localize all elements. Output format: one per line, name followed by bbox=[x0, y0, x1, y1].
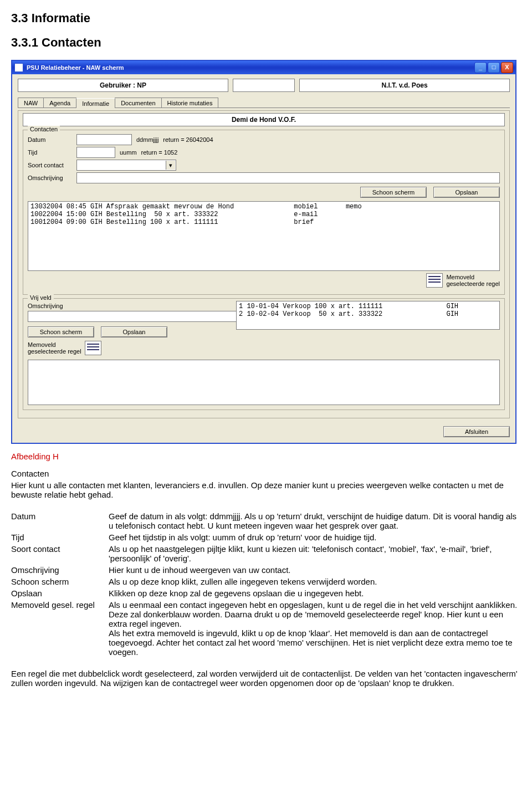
def-term: Memoveld gesel. regel bbox=[11, 599, 109, 658]
label-omschrijving: Omschrijving bbox=[28, 175, 72, 181]
memo-icon-vrij[interactable] bbox=[85, 341, 101, 355]
def-desc: Geef het tijdstip in als volgt: uumm of … bbox=[109, 531, 521, 543]
opslaan-button-vrij[interactable]: Opslaan bbox=[101, 326, 167, 337]
memo-label-vrij: Memoveld geselecteerde regel bbox=[28, 341, 81, 355]
fieldset-vrijveld-title: Vrij veld bbox=[28, 294, 54, 301]
intro-paragraph: Hier kunt u alle contacten met klanten, … bbox=[11, 480, 521, 499]
def-desc: Als u eenmaal een contact ingegeven hebt… bbox=[109, 599, 521, 658]
def-row: OmschrijvingHier kunt u de inhoud weerge… bbox=[11, 564, 521, 576]
window-title: PSU Relatiebeheer - NAW scherm bbox=[27, 64, 124, 71]
afsluiten-button[interactable]: Afsluiten bbox=[443, 426, 510, 437]
def-term: Schoon scherm bbox=[11, 576, 109, 587]
input-tijd[interactable] bbox=[76, 147, 115, 158]
contacten-subhead: Contacten bbox=[11, 469, 521, 478]
label-omschrijving-vrij: Omschrijving bbox=[28, 303, 72, 309]
figure-caption: Afbeelding H bbox=[11, 452, 521, 461]
tab-informatie[interactable]: Informatie bbox=[76, 98, 115, 108]
def-row: TijdGeef het tijdstip in als volgt: uumm… bbox=[11, 531, 521, 543]
hint-tijd-return: return = 1052 bbox=[141, 149, 178, 156]
def-desc: Hier kunt u de inhoud weergeven van uw c… bbox=[109, 564, 521, 576]
maximize-button[interactable]: □ bbox=[488, 62, 500, 73]
label-tijd: Tijd bbox=[28, 149, 72, 156]
label-datum: Datum bbox=[28, 136, 72, 143]
def-desc: Als u op het naastgelegen pijltje klikt,… bbox=[109, 543, 521, 564]
def-row: DatumGeef de datum in als volgt: ddmmjjj… bbox=[11, 510, 521, 531]
fieldset-contacten: Contacten Datum ddmmjjjj return = 260420… bbox=[23, 130, 505, 295]
fieldset-contacten-title: Contacten bbox=[28, 126, 60, 132]
def-term: Soort contact bbox=[11, 543, 109, 564]
fieldset-vrijveld: Vrij veld Omschrijving Schoon scherm Ops… bbox=[23, 298, 505, 410]
def-desc: Als u op deze knop klikt, zullen alle in… bbox=[109, 576, 521, 587]
tabstrip: NAW Agenda Informatie Documenten Histori… bbox=[18, 98, 510, 108]
def-row: Schoon schermAls u op deze knop klikt, z… bbox=[11, 576, 521, 587]
titlebar[interactable]: PSU Relatiebeheer - NAW scherm _ □ X bbox=[12, 61, 515, 74]
close-button[interactable]: X bbox=[501, 62, 513, 73]
tab-documenten[interactable]: Documenten bbox=[115, 98, 161, 108]
header-empty bbox=[233, 79, 295, 92]
def-term: Datum bbox=[11, 510, 109, 531]
input-datum[interactable] bbox=[76, 134, 132, 145]
main-panel: Demi de Hond V.O.F. Contacten Datum ddmm… bbox=[18, 110, 510, 418]
label-soort: Soort contact bbox=[28, 162, 72, 168]
def-term: Omschrijving bbox=[11, 564, 109, 576]
def-desc: Geef de datum in als volgt: ddmmjjjj. Al… bbox=[109, 510, 521, 531]
app-window: PSU Relatiebeheer - NAW scherm _ □ X Geb… bbox=[11, 60, 516, 444]
closing-paragraph: Een regel die met dubbelclick wordt gese… bbox=[11, 669, 521, 688]
app-icon bbox=[14, 63, 23, 72]
tab-agenda[interactable]: Agenda bbox=[43, 98, 76, 108]
def-row: OpslaanKlikken op deze knop zal de gegev… bbox=[11, 587, 521, 599]
input-vrij-omschrijving[interactable] bbox=[28, 311, 238, 322]
memo-icon[interactable] bbox=[426, 273, 443, 288]
tab-naw[interactable]: NAW bbox=[18, 98, 44, 108]
user-box: Gebruiker : NP bbox=[18, 79, 228, 92]
hint-tijd-format: uumm bbox=[120, 149, 137, 156]
relation-name: Demi de Hond V.O.F. bbox=[23, 113, 505, 126]
def-term: Tijd bbox=[11, 531, 109, 543]
opslaan-button[interactable]: Opslaan bbox=[433, 187, 500, 198]
hint-datum-format: ddmmjjjj bbox=[136, 136, 158, 143]
contacten-listbox[interactable]: 13032004 08:45 GIH Afspraak gemaakt mevr… bbox=[28, 201, 500, 271]
def-desc: Klikken op deze knop zal de gegevens ops… bbox=[109, 587, 521, 599]
memo-label: Memoveld geselecteerde regel bbox=[446, 274, 500, 287]
def-term: Opslaan bbox=[11, 587, 109, 599]
tab-historie[interactable]: Historie mutaties bbox=[161, 98, 219, 108]
schoon-scherm-button-vrij[interactable]: Schoon scherm bbox=[28, 326, 94, 337]
combo-soort-contact[interactable]: ▾ bbox=[76, 160, 176, 171]
schoon-scherm-button[interactable]: Schoon scherm bbox=[360, 187, 427, 198]
vrij-listbox[interactable]: 1 10-01-04 Verkoop 100 x art. 111111 GIH… bbox=[236, 301, 500, 330]
section-heading: 3.3 Informatie bbox=[11, 11, 521, 25]
definition-table: DatumGeef de datum in als volgt: ddmmjjj… bbox=[11, 510, 521, 658]
def-row: Soort contactAls u op het naastgelegen p… bbox=[11, 543, 521, 564]
vrij-large-listbox[interactable] bbox=[28, 360, 500, 405]
hint-datum-return: return = 26042004 bbox=[163, 136, 213, 143]
minimize-button[interactable]: _ bbox=[474, 62, 487, 73]
def-row: Memoveld gesel. regelAls u eenmaal een c… bbox=[11, 599, 521, 658]
subsection-heading: 3.3.1 Contacten bbox=[11, 35, 521, 50]
input-omschrijving[interactable] bbox=[76, 172, 500, 183]
company-box: N.I.T. v.d. Poes bbox=[299, 79, 510, 92]
chevron-down-icon[interactable]: ▾ bbox=[166, 161, 175, 170]
